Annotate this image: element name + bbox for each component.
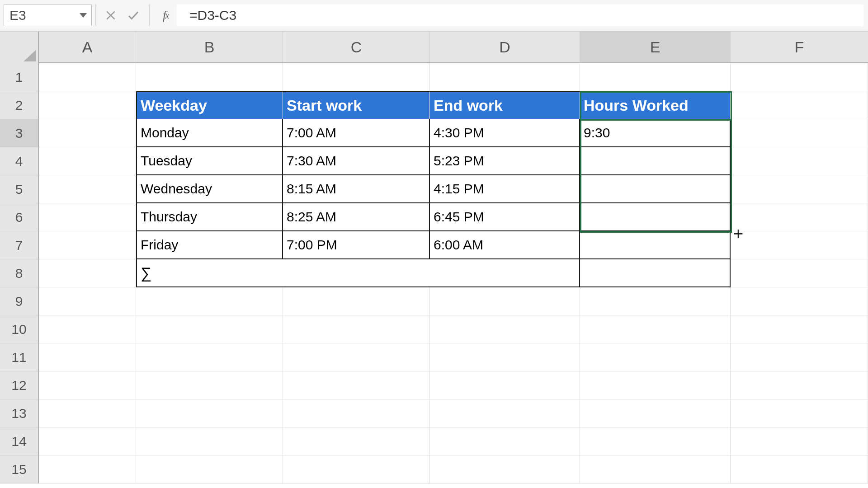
row-header-2[interactable]: 2 <box>0 91 39 119</box>
cell-A11[interactable] <box>39 343 136 371</box>
cell-D13[interactable] <box>430 399 580 427</box>
cell-B15[interactable] <box>136 455 283 483</box>
cell-F6[interactable] <box>731 203 868 231</box>
cell-B1[interactable] <box>136 63 283 91</box>
cell-E11[interactable] <box>580 343 731 371</box>
cell-B3[interactable]: Monday <box>136 119 283 147</box>
row-header-9[interactable]: 9 <box>0 287 39 315</box>
cell-C2[interactable]: Start work <box>283 91 430 119</box>
formula-input[interactable]: =D3-C3 <box>177 5 863 26</box>
col-header-B[interactable]: B <box>136 32 283 62</box>
cell-D2[interactable]: End work <box>430 91 580 119</box>
cell-B12[interactable] <box>136 371 283 399</box>
row-header-10[interactable]: 10 <box>0 315 39 343</box>
cell-E9[interactable] <box>580 287 731 315</box>
col-header-D[interactable]: D <box>430 32 580 62</box>
col-header-F[interactable]: F <box>731 32 868 62</box>
cell-E13[interactable] <box>580 399 731 427</box>
cell-F3[interactable] <box>731 119 868 147</box>
accept-icon[interactable] <box>122 5 145 26</box>
cell-C4[interactable]: 7:30 AM <box>283 147 430 175</box>
row-header-1[interactable]: 1 <box>0 63 39 91</box>
cell-B7[interactable]: Friday <box>136 231 283 259</box>
cell-A12[interactable] <box>39 371 136 399</box>
cell-D5[interactable]: 4:15 PM <box>430 175 580 203</box>
cell-F7[interactable] <box>731 231 868 259</box>
cell-B5[interactable]: Wednesday <box>136 175 283 203</box>
cell-D15[interactable] <box>430 455 580 483</box>
cell-B2[interactable]: Weekday <box>136 91 283 119</box>
cell-E6[interactable] <box>580 203 731 231</box>
fx-icon[interactable]: fx <box>154 5 177 26</box>
cell-F1[interactable] <box>731 63 868 91</box>
cell-F4[interactable] <box>731 147 868 175</box>
cell-F13[interactable] <box>731 399 868 427</box>
cell-A3[interactable] <box>39 119 136 147</box>
cell-E14[interactable] <box>580 427 731 455</box>
cell-F5[interactable] <box>731 175 868 203</box>
cell-B11[interactable] <box>136 343 283 371</box>
cell-C5[interactable]: 8:15 AM <box>283 175 430 203</box>
row-header-8[interactable]: 8 <box>0 259 39 287</box>
row-header-14[interactable]: 14 <box>0 427 39 455</box>
cell-F15[interactable] <box>731 455 868 483</box>
cell-E4[interactable] <box>580 147 731 175</box>
cell-A2[interactable] <box>39 91 136 119</box>
cell-D9[interactable] <box>430 287 580 315</box>
cell-B10[interactable] <box>136 315 283 343</box>
cell-C14[interactable] <box>283 427 430 455</box>
cell-C12[interactable] <box>283 371 430 399</box>
cell-A9[interactable] <box>39 287 136 315</box>
row-header-6[interactable]: 6 <box>0 203 39 231</box>
cell-C7[interactable]: 7:00 PM <box>283 231 430 259</box>
cell-A7[interactable] <box>39 231 136 259</box>
cell-F12[interactable] <box>731 371 868 399</box>
cell-E7[interactable] <box>580 231 731 259</box>
cell-D12[interactable] <box>430 371 580 399</box>
cell-C15[interactable] <box>283 455 430 483</box>
cell-C6[interactable]: 8:25 AM <box>283 203 430 231</box>
cell-C1[interactable] <box>283 63 430 91</box>
cell-B6[interactable]: Thursday <box>136 203 283 231</box>
cell-B13[interactable] <box>136 399 283 427</box>
row-header-15[interactable]: 15 <box>0 455 39 483</box>
row-header-4[interactable]: 4 <box>0 147 39 175</box>
cell-F2[interactable] <box>731 91 868 119</box>
cell-C10[interactable] <box>283 315 430 343</box>
cell-D3[interactable]: 4:30 PM <box>430 119 580 147</box>
cell-A1[interactable] <box>39 63 136 91</box>
cell-F9[interactable] <box>731 287 868 315</box>
cell-E8[interactable] <box>580 259 731 287</box>
cell-C13[interactable] <box>283 399 430 427</box>
cell-E2[interactable]: Hours Worked <box>580 91 731 119</box>
cell-E10[interactable] <box>580 315 731 343</box>
cell-D10[interactable] <box>430 315 580 343</box>
cell-E15[interactable] <box>580 455 731 483</box>
cell-A14[interactable] <box>39 427 136 455</box>
cell-D7[interactable]: 6:00 AM <box>430 231 580 259</box>
cell-B4[interactable]: Tuesday <box>136 147 283 175</box>
col-header-E[interactable]: E <box>580 32 731 62</box>
cell-F11[interactable] <box>731 343 868 371</box>
cell-F8[interactable] <box>731 259 868 287</box>
chevron-down-icon[interactable] <box>80 13 87 18</box>
cell-F10[interactable] <box>731 315 868 343</box>
cell-F14[interactable] <box>731 427 868 455</box>
cell-A10[interactable] <box>39 315 136 343</box>
col-header-A[interactable]: A <box>39 32 136 62</box>
cell-B8[interactable]: ∑ <box>136 259 580 287</box>
cell-E5[interactable] <box>580 175 731 203</box>
cell-D1[interactable] <box>430 63 580 91</box>
cell-E12[interactable] <box>580 371 731 399</box>
name-box[interactable]: E3 <box>4 5 92 26</box>
cell-B9[interactable] <box>136 287 283 315</box>
row-header-11[interactable]: 11 <box>0 343 39 371</box>
spreadsheet-grid[interactable]: A B C D E F 1 2 Weekday Start work End w… <box>0 32 868 488</box>
cell-D6[interactable]: 6:45 PM <box>430 203 580 231</box>
cell-C9[interactable] <box>283 287 430 315</box>
cell-E1[interactable] <box>580 63 731 91</box>
cell-C3[interactable]: 7:00 AM <box>283 119 430 147</box>
row-header-7[interactable]: 7 <box>0 231 39 259</box>
col-header-C[interactable]: C <box>283 32 430 62</box>
cell-A15[interactable] <box>39 455 136 483</box>
